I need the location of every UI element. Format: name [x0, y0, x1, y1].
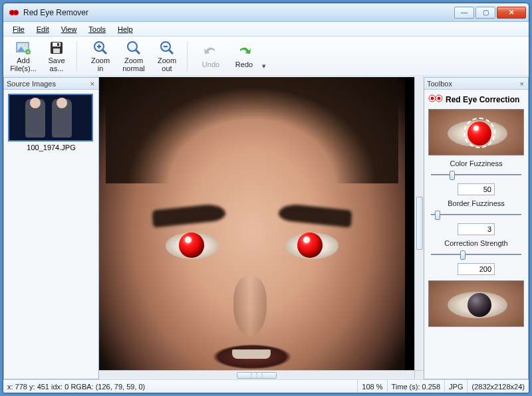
- save-as-button[interactable]: Save as...: [41, 39, 72, 74]
- status-coords: x: 778 y: 451 idx: 0 RGBA: (126, 79, 59,…: [3, 380, 357, 393]
- toolbar-overflow[interactable]: ▾: [261, 39, 267, 74]
- svg-point-25: [438, 97, 441, 100]
- menu-help[interactable]: Help: [112, 24, 138, 35]
- red-eye-left: [179, 233, 204, 258]
- vertical-scrollbar[interactable]: [414, 77, 424, 370]
- svg-line-20: [169, 50, 173, 54]
- undo-icon: [203, 44, 219, 60]
- svg-rect-12: [57, 43, 59, 46]
- save-as-label: Save as...: [48, 57, 65, 72]
- status-zoom: 108 %: [357, 380, 386, 393]
- image-canvas[interactable]: [99, 77, 414, 370]
- add-files-label: Add File(s)...: [10, 57, 37, 72]
- svg-rect-11: [53, 49, 60, 53]
- maximize-button[interactable]: ▢: [475, 7, 495, 19]
- status-time: Time (s): 0.258: [387, 380, 445, 393]
- color-fuzziness-input[interactable]: [458, 183, 495, 195]
- color-fuzziness-label: Color Fuzziness: [428, 159, 524, 167]
- svg-line-14: [102, 50, 106, 54]
- workspace: Source Images × 100_1974.JPG: [3, 76, 529, 379]
- red-eye-icon: [428, 94, 443, 105]
- thumbnail-label: 100_1974.JPG: [8, 142, 94, 151]
- scroll-corner: [414, 370, 424, 379]
- border-fuzziness-slider[interactable]: [431, 209, 521, 221]
- floppy-icon: [49, 40, 65, 56]
- correction-strength-input[interactable]: [458, 263, 495, 275]
- toolbox-panel: Toolbox × Red Eye Correction Color Fuzzi…: [424, 77, 529, 379]
- redo-button[interactable]: Redo: [228, 39, 260, 74]
- statusbar: x: 778 y: 451 idx: 0 RGBA: (126, 79, 59,…: [3, 379, 529, 393]
- svg-line-18: [136, 50, 140, 54]
- source-images-panel: Source Images × 100_1974.JPG: [3, 77, 99, 379]
- zoom-out-icon: [159, 40, 175, 56]
- close-icon[interactable]: ×: [519, 80, 525, 88]
- svg-point-23: [431, 97, 434, 100]
- zoom-out-button[interactable]: Zoom out: [151, 39, 183, 74]
- menu-tools[interactable]: Tools: [83, 24, 111, 35]
- color-fuzziness-slider[interactable]: [431, 169, 521, 181]
- zoom-in-icon: [92, 40, 108, 56]
- svg-text:+: +: [27, 49, 30, 55]
- redo-label: Redo: [235, 61, 253, 69]
- zoom-out-label: Zoom out: [158, 57, 176, 72]
- svg-rect-10: [53, 43, 61, 47]
- source-images-header[interactable]: Source Images ×: [4, 78, 98, 90]
- separator: [187, 42, 191, 71]
- toolbox-header[interactable]: Toolbox ×: [424, 78, 528, 90]
- after-preview: [428, 280, 524, 327]
- redo-icon: [236, 44, 252, 60]
- correction-strength-slider[interactable]: [431, 248, 521, 260]
- svg-point-3: [15, 11, 17, 13]
- menu-view[interactable]: View: [56, 24, 82, 35]
- close-button[interactable]: ✕: [497, 7, 526, 19]
- app-window: Red Eye Remover — ▢ ✕ File Edit View Too…: [3, 3, 529, 393]
- image-viewport: ⋮⋮⋮: [99, 77, 424, 379]
- border-fuzziness-label: Border Fuzziness: [428, 199, 524, 207]
- zoom-normal-icon: [126, 40, 142, 56]
- thumbnail-list: 100_1974.JPG: [4, 90, 98, 155]
- zoom-in-button[interactable]: Zoom in: [84, 39, 116, 74]
- tool-heading-label: Red Eye Correction: [446, 95, 519, 104]
- red-eye-right: [297, 233, 323, 258]
- thumbnail[interactable]: [8, 94, 93, 142]
- menubar: File Edit View Tools Help: [3, 22, 529, 37]
- undo-button[interactable]: Undo: [195, 39, 227, 74]
- zoom-normal-label: Zoom normal: [122, 57, 145, 72]
- titlebar[interactable]: Red Eye Remover — ▢ ✕: [3, 3, 529, 22]
- app-icon: [9, 7, 19, 18]
- before-preview: [428, 109, 524, 155]
- minimize-button[interactable]: —: [454, 7, 474, 19]
- window-buttons: — ▢ ✕: [453, 7, 526, 19]
- menu-edit[interactable]: Edit: [31, 24, 55, 35]
- tool-heading: Red Eye Correction: [428, 92, 524, 108]
- add-files-button[interactable]: + Add File(s)...: [7, 39, 39, 74]
- svg-point-6: [24, 44, 27, 47]
- correction-strength-label: Correction Strength: [428, 239, 524, 247]
- toolbar: + Add File(s)... Save as... Zoom in Zoom…: [3, 37, 529, 76]
- toolbox-title: Toolbox: [427, 80, 452, 88]
- status-dims: (2832x2128x24): [467, 380, 529, 393]
- separator: [76, 42, 80, 71]
- horizontal-scrollbar[interactable]: ⋮⋮⋮: [99, 370, 414, 379]
- source-images-title: Source Images: [7, 80, 56, 88]
- border-fuzziness-input[interactable]: [458, 223, 495, 235]
- svg-point-17: [128, 42, 137, 51]
- zoom-in-label: Zoom in: [91, 57, 110, 72]
- close-icon[interactable]: ×: [89, 80, 96, 88]
- undo-label: Undo: [202, 61, 219, 69]
- menu-file[interactable]: File: [7, 24, 30, 35]
- zoom-normal-button[interactable]: Zoom normal: [118, 39, 150, 74]
- image-add-icon: +: [15, 40, 31, 56]
- svg-point-2: [11, 11, 13, 13]
- window-title: Red Eye Remover: [23, 8, 453, 17]
- status-format: JPG: [444, 380, 467, 393]
